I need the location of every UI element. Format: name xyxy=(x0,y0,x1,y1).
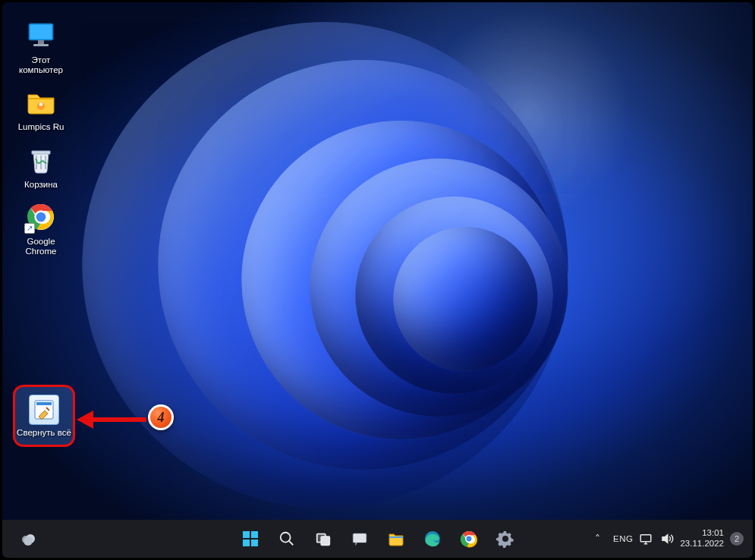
chrome-taskbar-button[interactable] xyxy=(454,524,484,554)
clock-time: 13:01 xyxy=(702,528,724,539)
svg-rect-15 xyxy=(251,531,258,538)
system-tray[interactable] xyxy=(639,532,674,546)
volume-icon xyxy=(660,532,674,546)
taskbar: ˄ ENG 13:01 23.11.2022 2 xyxy=(2,520,753,558)
desktop-icon-recycle-bin[interactable]: Корзина xyxy=(11,140,71,193)
svg-rect-16 xyxy=(243,540,250,546)
tray-overflow-button[interactable]: ˄ xyxy=(587,524,607,554)
clock[interactable]: 13:01 23.11.2022 xyxy=(680,528,724,549)
annotation-step-badge: 4 xyxy=(148,404,174,430)
desktop-wallpaper[interactable] xyxy=(2,2,753,558)
svg-rect-21 xyxy=(352,533,366,543)
svg-rect-1 xyxy=(30,25,52,39)
svg-point-13 xyxy=(24,536,33,546)
weather-widget-button[interactable] xyxy=(13,524,43,554)
recycle-bin-icon xyxy=(24,143,58,177)
svg-rect-20 xyxy=(321,536,329,545)
desktop-icon-label: Свернуть всё xyxy=(17,428,71,437)
desktop-icon-lumpics[interactable]: Lumpics Ru xyxy=(11,83,71,135)
svg-rect-14 xyxy=(243,531,250,538)
desktop-icon-chrome[interactable]: ↗ Google Chrome xyxy=(11,197,71,260)
wallpaper-bloom xyxy=(112,68,689,492)
notification-badge[interactable]: 2 xyxy=(730,532,744,546)
desktop-icon-label: Этот компьютер xyxy=(11,55,71,75)
start-button[interactable] xyxy=(235,524,266,554)
chat-button[interactable] xyxy=(344,524,375,554)
shortcut-arrow-icon: ↗ xyxy=(24,223,35,234)
desktop-icon-label: Корзина xyxy=(11,180,71,190)
desktop-icon-show-desktop-shortcut[interactable]: Свернуть всё xyxy=(13,385,75,447)
chrome-icon: ↗ xyxy=(24,200,58,234)
show-desktop-icon xyxy=(29,395,59,425)
monitor-icon xyxy=(24,19,58,52)
language-indicator[interactable]: ENG xyxy=(613,534,633,543)
svg-point-18 xyxy=(280,533,290,543)
svg-rect-2 xyxy=(38,40,44,44)
svg-rect-3 xyxy=(33,44,49,46)
settings-button[interactable] xyxy=(490,524,521,554)
svg-rect-17 xyxy=(251,540,258,546)
search-button[interactable] xyxy=(272,524,302,554)
svg-rect-10 xyxy=(36,402,52,405)
file-explorer-button[interactable] xyxy=(381,524,411,554)
clock-date: 23.11.2022 xyxy=(680,539,724,549)
edge-button[interactable] xyxy=(417,524,448,554)
chevron-up-icon: ˄ xyxy=(595,533,600,545)
task-view-button[interactable] xyxy=(308,524,338,554)
desktop-icon-this-pc[interactable]: Этот компьютер xyxy=(11,16,71,78)
annotation-arrow xyxy=(77,412,146,427)
svg-rect-23 xyxy=(389,536,403,538)
svg-point-5 xyxy=(39,103,43,107)
svg-rect-28 xyxy=(641,535,652,542)
network-icon xyxy=(639,532,653,546)
desktop-icon-label: Google Chrome xyxy=(11,237,71,256)
desktop-icon-label: Lumpics Ru xyxy=(11,122,71,132)
folder-icon xyxy=(24,86,58,119)
